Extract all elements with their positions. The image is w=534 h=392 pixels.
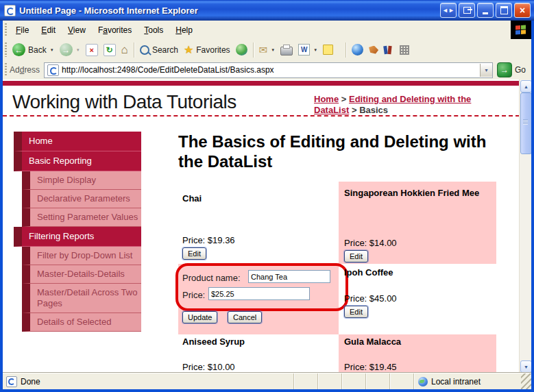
scroll-up-button[interactable]: ▲ (520, 80, 531, 93)
maximize-button[interactable] (496, 3, 512, 18)
toolbar-separator (134, 42, 134, 58)
msn-button[interactable] (349, 42, 366, 57)
breadcrumb-current: Basics (359, 105, 388, 115)
security-zone-text: Local intranet (431, 377, 481, 387)
cancel-button[interactable]: Cancel (228, 311, 262, 323)
menu-tools[interactable]: Tools (138, 23, 169, 38)
sidebar-item-master-details-details[interactable]: Master-Details-Details (22, 265, 141, 284)
research-animal-button[interactable] (366, 45, 381, 56)
search-label: Search (152, 45, 178, 55)
minimize-button[interactable] (477, 3, 494, 18)
stop-button[interactable]: × (83, 42, 101, 58)
export-button[interactable] (459, 3, 475, 18)
note-icon (323, 45, 333, 55)
ie-window-icon (4, 5, 16, 16)
menu-file[interactable]: File (10, 23, 35, 38)
update-button[interactable]: Update (182, 311, 217, 323)
price-label: Price: (182, 290, 205, 300)
edit-form-cell: Product name: Price: Update Cancel (178, 264, 339, 334)
menubar-grip[interactable] (5, 23, 7, 36)
messenger-button[interactable] (397, 44, 412, 56)
product-price: Price: $19.45 (344, 362, 397, 372)
page-header: Working with Data Tutorials Home > Editi… (3, 86, 520, 117)
sidebar-item-filter-by-dropdown-list[interactable]: Filter by Drop-Down List (22, 247, 141, 265)
title-bar: Untitled Page - Microsoft Internet Explo… (0, 0, 534, 21)
site-title: Working with Data Tutorials (12, 91, 236, 113)
fox-icon (369, 46, 378, 54)
sidebar-item-home[interactable]: Home (14, 132, 141, 151)
dotted-grid-icon (400, 45, 409, 55)
sidebar-item-setting-parameter-values[interactable]: Setting Parameter Values (22, 208, 141, 227)
pan-arrows-button[interactable]: ◄► (440, 3, 457, 18)
stop-icon: × (86, 44, 98, 56)
breadcrumb-home-link[interactable]: Home (314, 94, 339, 104)
status-bar: Done Local intranet (3, 373, 531, 389)
status-pane (317, 373, 341, 389)
sidebar-item-master-detail-across-two-pages[interactable]: Master/Detail Across Two Pages (22, 284, 141, 313)
address-dropdown-button[interactable]: ▼ (480, 64, 492, 77)
resize-grip[interactable] (521, 373, 531, 389)
page-viewport: Working with Data Tutorials Home > Editi… (3, 79, 531, 373)
back-icon: ← (12, 43, 25, 56)
back-button[interactable]: ← Back ▼ (10, 42, 57, 58)
addressbar-grip[interactable] (5, 63, 7, 77)
refresh-button[interactable]: ↻ (101, 42, 119, 58)
product-name: Aniseed Syrup (182, 336, 245, 347)
mail-envelope-icon: ✉ (259, 45, 268, 55)
scrollbar-thumb[interactable] (520, 93, 531, 154)
export-icon (463, 7, 471, 14)
history-globe-icon (236, 44, 247, 56)
document-status-icon (6, 376, 17, 387)
toolbar-grip[interactable] (5, 42, 7, 58)
favorites-button[interactable]: ★ Favorites (181, 43, 233, 57)
sidebar-item-simple-display[interactable]: Simple Display (22, 171, 141, 190)
scroll-down-button[interactable]: ▼ (520, 360, 531, 373)
back-dropdown-icon[interactable]: ▼ (50, 48, 54, 52)
edit-button[interactable]: Edit (182, 247, 206, 260)
discuss-button[interactable] (320, 43, 336, 56)
sidebar-item-declarative-parameters[interactable]: Declarative Parameters (22, 190, 141, 208)
sidebar-item-filtering-reports[interactable]: Filtering Reports (14, 227, 141, 247)
forward-button[interactable]: → ▼ (57, 42, 83, 58)
address-input[interactable] (62, 65, 480, 75)
refresh-icon: ↻ (104, 44, 116, 56)
research-button[interactable] (381, 44, 397, 56)
vertical-scrollbar[interactable]: ▲ ▼ (519, 79, 531, 373)
menu-view[interactable]: View (62, 23, 92, 38)
scroll-up-icon: ▲ (524, 84, 529, 89)
product-name: Gula Malacca (344, 336, 401, 347)
history-button[interactable] (233, 42, 250, 57)
word-dropdown-icon[interactable]: ▼ (313, 48, 317, 52)
status-text: Done (21, 377, 40, 387)
status-pane (341, 373, 365, 389)
edit-button[interactable]: Edit (344, 250, 368, 262)
price-input[interactable] (208, 287, 310, 300)
go-button[interactable]: → (497, 62, 512, 77)
sidebar-item-basic-reporting[interactable]: Basic Reporting (14, 151, 141, 171)
go-label[interactable]: Go (515, 65, 526, 75)
product-cell-singaporean: Singaporean Hokkien Fried Mee Price: $14… (339, 182, 496, 264)
home-button[interactable]: ⌂ (119, 42, 131, 57)
forward-dropdown-icon: ▼ (76, 48, 80, 52)
scroll-down-icon: ▼ (524, 365, 529, 369)
mail-button[interactable]: ✉ ▼ (256, 43, 278, 56)
edit-button[interactable]: Edit (344, 306, 368, 318)
page-title: The Basics of Editing and Deleting with … (178, 132, 500, 171)
toolbar-separator (345, 42, 346, 58)
sidebar-item-details-of-selected[interactable]: Details of Selected (22, 313, 141, 332)
product-cell-aniseed: Aniseed Syrup Price: $10.00 (178, 334, 339, 373)
menu-favorites[interactable]: Favorites (92, 23, 138, 38)
menu-edit[interactable]: Edit (35, 23, 62, 38)
blue-sphere-icon (352, 44, 363, 56)
product-name-input[interactable] (248, 270, 330, 283)
mail-dropdown-icon[interactable]: ▼ (271, 48, 275, 52)
chevron-down-icon: ▼ (484, 68, 489, 73)
close-button[interactable]: × (514, 3, 531, 18)
search-button[interactable]: Search (137, 44, 181, 56)
product-price: Price: $10.00 (182, 362, 235, 372)
product-price: Price: $14.00 (344, 238, 397, 248)
print-button[interactable] (278, 43, 295, 57)
minimize-icon (483, 12, 488, 14)
menu-help[interactable]: Help (169, 23, 199, 38)
edit-with-word-button[interactable]: W ▼ (295, 42, 320, 57)
